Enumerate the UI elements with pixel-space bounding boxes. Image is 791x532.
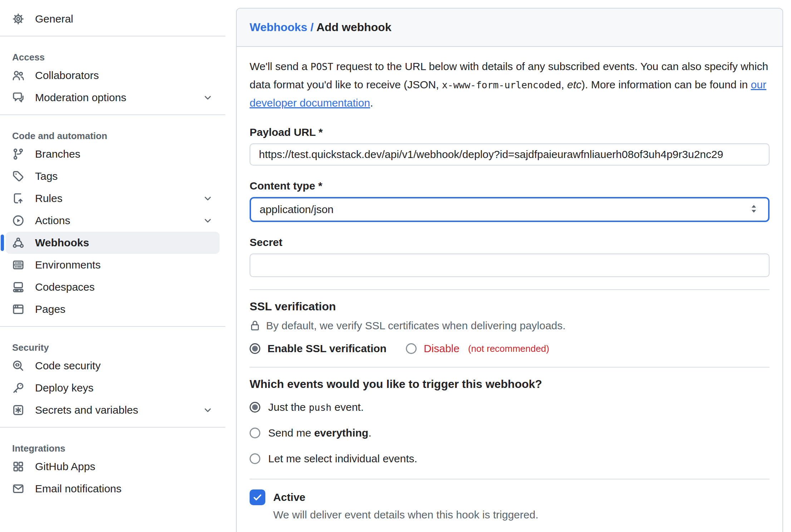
chevron-down-icon[interactable] — [202, 92, 213, 103]
sidebar-item-pages[interactable]: Pages — [6, 298, 220, 320]
send-everything-label: Send me everything. — [268, 427, 371, 439]
enable-ssl-radio[interactable] — [250, 343, 260, 354]
server-icon — [12, 259, 24, 271]
post-code: POST — [310, 61, 333, 72]
sidebar-item-environments[interactable]: Environments — [6, 254, 220, 276]
payload-url-label: Payload URL * — [250, 126, 770, 138]
events-radio-group: Just the push event. Send me everything.… — [250, 399, 770, 467]
rules-icon — [12, 192, 24, 205]
codespaces-icon — [12, 281, 24, 293]
sidebar-item-general[interactable]: General — [6, 8, 220, 30]
sidebar-item-label: Tags — [35, 170, 58, 182]
sidebar-section-access: Access — [6, 42, 220, 64]
sidebar-item-webhooks[interactable]: Webhooks — [6, 232, 220, 254]
active-checkbox[interactable] — [250, 489, 265, 505]
chevron-down-icon[interactable] — [202, 405, 213, 415]
sidebar-section-security: Security — [6, 332, 220, 355]
sidebar-item-github-apps[interactable]: GitHub Apps — [6, 455, 220, 478]
play-icon — [12, 215, 24, 227]
ssl-note-text: By default, we verify SSL certificates w… — [266, 320, 566, 332]
sidebar-item-label: General — [35, 13, 73, 25]
git-branch-icon — [12, 148, 24, 160]
ssl-verification-heading: SSL verification — [250, 300, 770, 313]
mail-icon — [12, 483, 24, 495]
sidebar-divider — [0, 427, 225, 428]
check-icon — [252, 492, 263, 503]
breadcrumb-webhooks-link[interactable]: Webhooks / — [250, 21, 314, 34]
sidebar-divider — [0, 36, 225, 36]
section-divider — [250, 367, 770, 368]
sidebar-item-label: Moderation options — [35, 92, 126, 104]
content-type-label: Content type * — [250, 180, 770, 192]
disable-ssl-option[interactable]: Disable (not recommended) — [406, 343, 549, 355]
chevron-down-icon[interactable] — [202, 215, 213, 226]
sidebar-item-moderation-options[interactable]: Moderation options — [6, 87, 220, 109]
sidebar-item-email-notifications[interactable]: Email notifications — [6, 478, 220, 500]
send-everything-option[interactable]: Send me everything. — [250, 425, 770, 441]
sidebar-item-label: Email notifications — [35, 483, 122, 495]
sidebar-item-label: Environments — [35, 259, 100, 271]
chevron-down-icon[interactable] — [202, 193, 213, 204]
sidebar-item-deploy-keys[interactable]: Deploy keys — [6, 377, 220, 399]
sidebar-item-secrets-variables[interactable]: Secrets and variables — [6, 399, 220, 421]
settings-sidebar: General Access Collaborators — [0, 0, 225, 500]
intro-etc: etc — [567, 79, 581, 90]
select-stepper-icon — [748, 203, 760, 216]
sidebar-item-collaborators[interactable]: Collaborators — [6, 64, 220, 87]
active-setting: Active — [250, 489, 770, 505]
intro-text: , — [561, 79, 567, 90]
option-text: Send me — [268, 427, 314, 439]
sidebar-item-code-security[interactable]: Code security — [6, 355, 220, 377]
urlencoded-code: x-www-form-urlencoded — [442, 79, 561, 90]
sidebar-item-actions[interactable]: Actions — [6, 210, 220, 232]
enable-ssl-label: Enable SSL verification — [267, 343, 387, 355]
section-divider — [250, 289, 770, 290]
sidebar-item-branches[interactable]: Branches — [6, 143, 220, 165]
sidebar-divider — [0, 326, 225, 327]
intro-text: We'll send a — [250, 60, 310, 72]
disable-ssl-note: (not recommended) — [468, 343, 549, 354]
browser-icon — [12, 303, 24, 315]
breadcrumb: Webhooks / Add webhook — [237, 9, 782, 47]
select-individual-radio[interactable] — [250, 453, 260, 464]
sidebar-item-rules[interactable]: Rules — [6, 187, 220, 210]
intro-paragraph: We'll send a POST request to the URL bel… — [250, 58, 770, 112]
select-individual-option[interactable]: Let me select individual events. — [250, 451, 770, 467]
sidebar-item-tags[interactable]: Tags — [6, 165, 220, 187]
intro-text: ). More information can be found in — [581, 79, 751, 90]
secret-input[interactable] — [250, 253, 770, 277]
webhook-icon — [12, 237, 24, 249]
just-push-radio[interactable] — [250, 402, 260, 413]
send-everything-radio[interactable] — [250, 428, 260, 438]
secret-label: Secret — [250, 236, 770, 248]
sidebar-divider — [0, 114, 225, 115]
sidebar-item-label: Secrets and variables — [35, 404, 138, 416]
enable-ssl-option[interactable]: Enable SSL verification — [250, 343, 387, 355]
active-description: We will deliver event details when this … — [273, 509, 770, 521]
people-icon — [12, 69, 24, 82]
payload-url-input[interactable] — [250, 143, 770, 166]
ssl-radio-group: Enable SSL verification Disable (not rec… — [250, 343, 770, 355]
sidebar-item-label: Rules — [35, 192, 63, 205]
just-push-label: Just the push event. — [268, 401, 364, 413]
gear-icon — [12, 13, 24, 25]
sidebar-item-label: GitHub Apps — [35, 460, 95, 473]
content-type-value: application/json — [260, 203, 334, 216]
sidebar-item-label: Codespaces — [35, 281, 95, 293]
sidebar-item-label: Branches — [35, 148, 80, 160]
events-question: Which events would you like to trigger t… — [250, 378, 770, 391]
disable-ssl-radio[interactable] — [406, 343, 417, 354]
repository-settings-page: General Access Collaborators — [0, 0, 791, 532]
just-push-option[interactable]: Just the push event. — [250, 399, 770, 415]
comment-discussion-icon — [12, 92, 24, 104]
sidebar-item-codespaces[interactable]: Codespaces — [6, 276, 220, 298]
content-type-select[interactable]: application/json — [250, 197, 770, 222]
option-text: Just the — [268, 401, 309, 413]
asterisk-box-icon — [12, 404, 24, 416]
tag-icon — [12, 170, 24, 182]
sidebar-item-label: Actions — [35, 215, 70, 227]
active-label: Active — [273, 491, 305, 503]
disable-ssl-label: Disable — [424, 343, 460, 355]
codescan-icon — [12, 360, 24, 372]
ssl-note: By default, we verify SSL certificates w… — [250, 320, 770, 332]
